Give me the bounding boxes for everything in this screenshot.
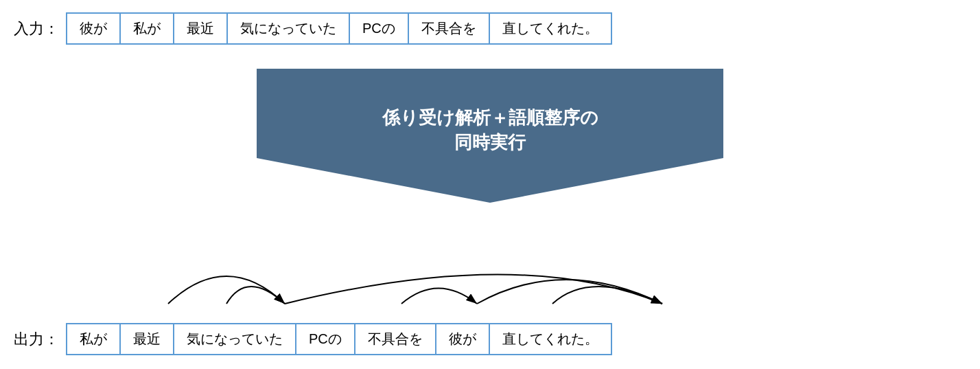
output-token-group: 私が 最近 気になっていた PCの 不具合を 彼が 直してくれた。 — [66, 323, 612, 355]
input-token-5: 不具合を — [409, 14, 490, 43]
input-token-2: 最近 — [174, 14, 228, 43]
process-arrow-label: 係り受け解析＋語順整序の 同時実行 — [382, 105, 598, 155]
output-token-0: 私が — [67, 324, 121, 354]
output-token-2: 気になっていた — [174, 324, 296, 354]
input-token-group: 彼が 私が 最近 気になっていた PCの 不具合を 直してくれた。 — [66, 12, 612, 45]
input-label: 入力： — [14, 19, 59, 39]
input-token-1: 私が — [121, 14, 174, 43]
input-token-4: PCの — [350, 14, 409, 43]
output-token-6: 直してくれた。 — [490, 324, 611, 354]
input-token-0: 彼が — [67, 14, 121, 43]
output-token-4: 不具合を — [355, 324, 436, 354]
input-token-3: 気になっていた — [228, 14, 350, 43]
output-label: 出力： — [14, 329, 59, 350]
process-arrow-container: 係り受け解析＋語順整序の 同時実行 — [257, 69, 723, 206]
input-row: 入力： 彼が 私が 最近 気になっていた PCの 不具合を 直してくれた。 — [14, 12, 966, 45]
output-token-1: 最近 — [121, 324, 174, 354]
arc-arrows-svg — [41, 242, 975, 311]
output-token-3: PCの — [296, 324, 355, 354]
output-token-5: 彼が — [436, 324, 490, 354]
output-row: 出力： 私が 最近 気になっていた PCの 不具合を 彼が 直してくれた。 — [14, 323, 966, 355]
page-container: 入力： 彼が 私が 最近 気になっていた PCの 不具合を 直してくれた。 係り… — [0, 0, 980, 369]
output-area: 出力： 私が 最近 気になっていた PCの 不具合を 彼が 直してくれた。 — [14, 323, 966, 355]
input-token-6: 直してくれた。 — [490, 14, 611, 43]
